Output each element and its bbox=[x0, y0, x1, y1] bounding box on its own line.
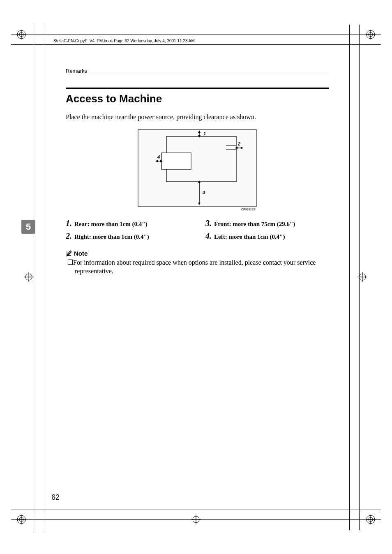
diagram-code: CP9991EE bbox=[241, 208, 256, 211]
item-number: 1. bbox=[66, 219, 72, 228]
registration-mark-icon bbox=[16, 515, 26, 524]
item-number: 3. bbox=[205, 219, 212, 228]
item-text: Front: more than 75cm (29.6") bbox=[214, 221, 295, 228]
chapter-tab: 5 bbox=[21, 220, 35, 234]
clearance-item: 4. Left: more than 1cm (0.4") bbox=[205, 231, 329, 241]
crop-line bbox=[43, 25, 43, 530]
svg-rect-27 bbox=[161, 153, 191, 169]
item-text: Left: more than 1cm (0.4") bbox=[214, 233, 285, 240]
note-bullet-icon: ❒ bbox=[67, 259, 73, 266]
registration-mark-icon bbox=[366, 30, 376, 39]
section-rule bbox=[66, 88, 329, 89]
clearance-item: 2. Right: more than 1cm (0.4") bbox=[66, 231, 189, 241]
svg-text:2: 2 bbox=[238, 141, 240, 146]
clearance-item: 1. Rear: more than 1cm (0.4") bbox=[66, 219, 189, 228]
clearance-list: 1. Rear: more than 1cm (0.4") 2. Right: … bbox=[66, 219, 329, 244]
registration-mark-icon bbox=[366, 515, 376, 524]
page-content: Remarks Access to Machine Place the mach… bbox=[66, 68, 329, 276]
item-text: Right: more than 1cm (0.4") bbox=[74, 233, 149, 240]
clearance-col-right: 3. Front: more than 75cm (29.6") 4. Left… bbox=[205, 219, 329, 244]
intro-paragraph: Place the machine near the power source,… bbox=[66, 113, 329, 121]
print-header: StellaC-EN-CopyF_V4_FM.book Page 62 Wedn… bbox=[53, 39, 195, 43]
svg-text:1: 1 bbox=[203, 131, 206, 136]
crop-line bbox=[349, 25, 350, 530]
clearance-diagram: 1 2 3 4 CP9991EE bbox=[138, 129, 257, 211]
page-number: 62 bbox=[51, 493, 60, 502]
section-title: Access to Machine bbox=[66, 92, 329, 105]
crop-line bbox=[11, 510, 381, 510]
crop-line bbox=[11, 35, 381, 35]
crop-line bbox=[11, 44, 381, 45]
note-icon bbox=[66, 250, 72, 257]
clearance-col-left: 1. Rear: more than 1cm (0.4") 2. Right: … bbox=[66, 219, 189, 244]
note-heading: Note bbox=[66, 250, 329, 257]
item-text: Rear: more than 1cm (0.4") bbox=[74, 221, 148, 228]
registration-mark-icon bbox=[24, 272, 34, 282]
registration-mark-icon bbox=[16, 30, 26, 39]
note-body: ❒For information about required space wh… bbox=[66, 259, 329, 276]
svg-text:3: 3 bbox=[203, 190, 205, 195]
item-number: 4. bbox=[205, 231, 212, 241]
clearance-item: 3. Front: more than 75cm (29.6") bbox=[205, 219, 329, 228]
item-number: 2. bbox=[66, 231, 72, 241]
running-header: Remarks bbox=[66, 68, 329, 75]
registration-mark-icon bbox=[191, 515, 201, 524]
note-label: Note bbox=[74, 250, 88, 257]
svg-text:4: 4 bbox=[157, 155, 160, 159]
registration-mark-icon bbox=[357, 272, 367, 282]
note-text: For information about required space whe… bbox=[73, 259, 316, 275]
